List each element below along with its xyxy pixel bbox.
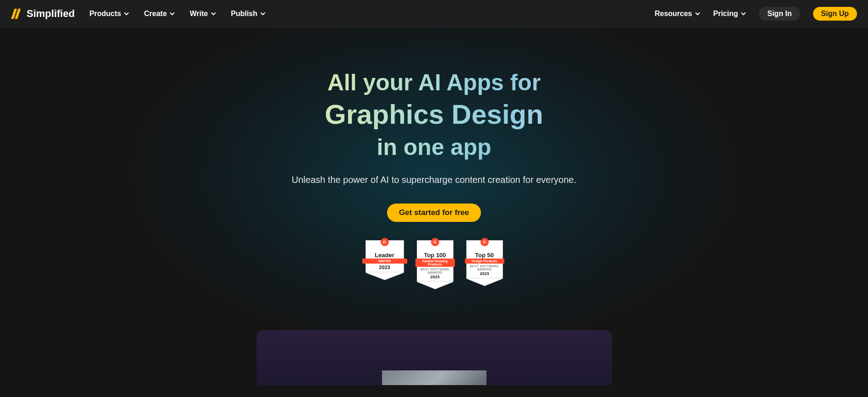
cta-button[interactable]: Get started for free <box>387 204 481 222</box>
badge-pointer <box>417 281 453 289</box>
badge-top100: G Top 100 Fastest Growing Products BEST … <box>417 240 453 289</box>
nav-label: Products <box>89 10 121 18</box>
badge-leader: G Leader WINTER 2023 <box>366 240 404 289</box>
nav-publish[interactable]: Publish <box>231 10 266 18</box>
hero-heading: All your AI Apps for Graphics Design in … <box>325 68 543 162</box>
chevron-down-icon <box>124 11 129 17</box>
g2-icon: G <box>381 238 389 246</box>
badge-strip: Design Products <box>465 259 504 264</box>
nav-pricing[interactable]: Pricing <box>713 10 746 18</box>
badge-pointer <box>366 272 404 280</box>
logo-icon <box>11 8 23 20</box>
badge-pointer <box>466 278 503 286</box>
nav-label: Resources <box>655 10 692 18</box>
hero-subheading: Unleash the power of AI to supercharge c… <box>0 175 868 185</box>
nav-label: Create <box>144 10 167 18</box>
nav-label: Pricing <box>713 10 738 18</box>
hero-line2: Graphics Design <box>325 97 543 132</box>
badge-strip: Fastest Growing Products <box>415 259 455 267</box>
nav-right: Resources Pricing Sign In Sign Up <box>655 7 857 21</box>
signin-button[interactable]: Sign In <box>759 7 800 21</box>
video-card[interactable] <box>257 330 612 385</box>
signup-button[interactable]: Sign Up <box>813 7 857 21</box>
nav-label: Publish <box>231 10 257 18</box>
video-thumbnail <box>382 370 486 385</box>
nav-create[interactable]: Create <box>144 10 175 18</box>
logo[interactable]: Simplified <box>11 8 75 20</box>
chevron-down-icon <box>741 11 746 17</box>
nav-left: Products Create Write Publish <box>89 10 266 18</box>
chevron-down-icon <box>211 11 216 17</box>
logo-text: Simplified <box>27 8 75 20</box>
badge-strip: WINTER <box>362 259 407 264</box>
badges-row: G Leader WINTER 2023 G Top 100 Fastest G… <box>0 240 868 289</box>
chevron-down-icon <box>260 11 266 17</box>
g2-icon: G <box>480 238 489 246</box>
badge-sub: BEST SOFTWARE AWARDS <box>418 268 452 274</box>
badge-top50: G Top 50 Design Products BEST SOFTWARE A… <box>466 240 503 289</box>
g2-icon: G <box>431 238 439 246</box>
badge-year: 2023 <box>468 271 502 276</box>
badge-title: Top 50 <box>468 252 502 259</box>
nav-write[interactable]: Write <box>190 10 216 18</box>
header: Simplified Products Create Write Publish… <box>0 0 868 28</box>
hero-section: All your AI Apps for Graphics Design in … <box>0 28 868 397</box>
badge-title: Leader <box>367 252 403 259</box>
badge-year: 2023 <box>418 275 452 279</box>
hero-line1: All your AI Apps for <box>328 70 541 95</box>
badge-sub: BEST SOFTWARE AWARDS <box>468 265 502 271</box>
nav-label: Write <box>190 10 208 18</box>
chevron-down-icon <box>169 11 175 17</box>
badge-title: Top 100 <box>418 252 452 259</box>
badge-year: 2023 <box>367 265 403 270</box>
nav-resources[interactable]: Resources <box>655 10 700 18</box>
nav-products[interactable]: Products <box>89 10 129 18</box>
hero-line3: in one app <box>377 134 491 160</box>
chevron-down-icon <box>695 11 700 17</box>
